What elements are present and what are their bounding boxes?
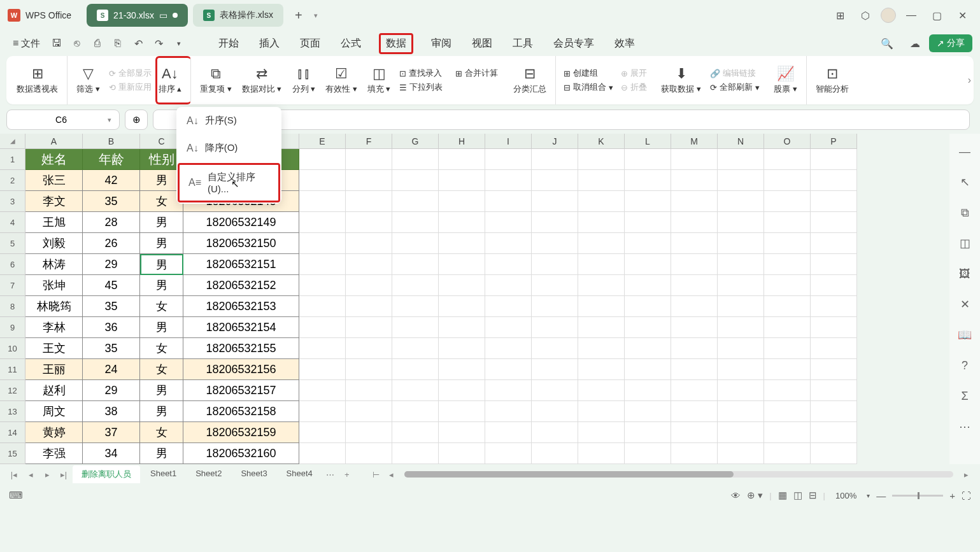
empty-cell[interactable] — [671, 254, 718, 275]
row-header[interactable]: 9 — [0, 317, 25, 338]
sum-icon[interactable]: Σ — [957, 388, 972, 404]
empty-cell[interactable] — [718, 317, 764, 338]
data-cell[interactable]: 38 — [83, 401, 140, 422]
column-header[interactable]: P — [811, 134, 857, 149]
data-cell[interactable]: 张坤 — [25, 275, 83, 296]
data-cell[interactable]: 男 — [140, 275, 183, 296]
empty-cell[interactable] — [439, 443, 485, 464]
ribbon-sort[interactable]: A↓ 排序 ▴ — [155, 56, 192, 104]
column-header[interactable]: A — [25, 134, 83, 149]
shapes-icon[interactable]: ◫ — [957, 236, 972, 251]
empty-cell[interactable] — [346, 380, 392, 401]
zoom-value[interactable]: 100% — [835, 491, 856, 500]
row-header[interactable]: 2 — [0, 170, 25, 191]
empty-cell[interactable] — [625, 380, 671, 401]
ribbon-dropdown-list[interactable]: ☰下拉列表 — [399, 81, 443, 93]
column-header[interactable]: L — [625, 134, 671, 149]
column-header[interactable]: M — [671, 134, 718, 149]
data-cell[interactable]: 男 — [140, 317, 183, 338]
properties-icon[interactable]: ⧉ — [957, 205, 972, 220]
empty-cell[interactable] — [299, 275, 346, 296]
empty-cell[interactable] — [625, 275, 671, 296]
ribbon-fill[interactable]: ◫ 填充 ▾ — [362, 56, 396, 104]
row-header[interactable]: 8 — [0, 296, 25, 317]
scroll-marker-icon[interactable]: ⊢ — [369, 467, 384, 482]
data-cell[interactable]: 男 — [140, 233, 183, 254]
sheet-grid[interactable]: ◢ABCDEFGHIJKLMNOP1姓名年龄性别2张三42男1820653214… — [0, 134, 938, 464]
empty-cell[interactable] — [346, 338, 392, 359]
book-icon[interactable]: 📖 — [957, 327, 972, 343]
empty-cell[interactable] — [671, 275, 718, 296]
ribbon-expand-icon[interactable]: › — [968, 74, 971, 86]
data-cell[interactable]: 周文 — [25, 401, 83, 422]
empty-cell[interactable] — [392, 254, 439, 275]
data-cell[interactable]: 34 — [83, 443, 140, 464]
data-cell[interactable]: 李文 — [25, 191, 83, 212]
empty-cell[interactable] — [671, 380, 718, 401]
data-cell[interactable]: 18206532154 — [183, 317, 299, 338]
ribbon-edit-links[interactable]: 🔗编辑链接 — [710, 67, 760, 79]
data-cell[interactable]: 18206532158 — [183, 401, 299, 422]
data-cell[interactable]: 18206532150 — [183, 233, 299, 254]
close-icon[interactable]: ✕ — [952, 5, 972, 25]
empty-cell[interactable] — [532, 296, 578, 317]
data-cell[interactable]: 35 — [83, 296, 140, 317]
sheet-tab[interactable]: Sheet2 — [187, 465, 231, 483]
empty-cell[interactable] — [439, 317, 485, 338]
empty-cell[interactable] — [392, 233, 439, 254]
data-cell[interactable]: 18206532157 — [183, 380, 299, 401]
row-header[interactable]: 7 — [0, 275, 25, 296]
empty-cell[interactable] — [625, 317, 671, 338]
first-sheet-icon[interactable]: |◂ — [6, 467, 22, 482]
avatar[interactable] — [881, 8, 896, 23]
fx-button[interactable]: ⊕ — [125, 110, 148, 130]
empty-cell[interactable] — [392, 338, 439, 359]
data-cell[interactable]: 29 — [83, 380, 140, 401]
column-header[interactable]: B — [83, 134, 140, 149]
redo-icon[interactable]: ↷ — [150, 34, 167, 52]
row-header[interactable]: 3 — [0, 191, 25, 212]
empty-cell[interactable] — [718, 191, 764, 212]
empty-cell[interactable] — [485, 317, 532, 338]
empty-cell[interactable] — [811, 170, 857, 191]
empty-cell[interactable] — [764, 149, 811, 170]
empty-cell[interactable] — [718, 149, 764, 170]
empty-cell[interactable] — [625, 338, 671, 359]
empty-cell[interactable] — [764, 233, 811, 254]
empty-cell[interactable] — [625, 254, 671, 275]
ribbon-refresh-all[interactable]: ⟳全部刷新 ▾ — [710, 81, 760, 93]
empty-cell[interactable] — [532, 191, 578, 212]
empty-cell[interactable] — [578, 233, 625, 254]
empty-cell[interactable] — [439, 212, 485, 233]
row-header[interactable]: 5 — [0, 233, 25, 254]
empty-cell[interactable] — [718, 380, 764, 401]
empty-cell[interactable] — [625, 191, 671, 212]
empty-cell[interactable] — [811, 338, 857, 359]
data-cell[interactable]: 刘毅 — [25, 233, 83, 254]
empty-cell[interactable] — [346, 149, 392, 170]
ribbon-consolidate[interactable]: ⊞合并计算 — [455, 67, 498, 79]
column-header[interactable]: N — [718, 134, 764, 149]
image-icon[interactable]: 🖼 — [957, 266, 972, 281]
view-break-icon[interactable]: ⊟ — [809, 490, 817, 501]
empty-cell[interactable] — [532, 401, 578, 422]
search-icon[interactable]: 🔍 — [878, 34, 896, 52]
last-sheet-icon[interactable]: ▸| — [56, 467, 71, 482]
empty-cell[interactable] — [718, 338, 764, 359]
empty-cell[interactable] — [299, 359, 346, 380]
sheet-tab[interactable]: Sheet4 — [278, 465, 322, 483]
empty-cell[interactable] — [578, 149, 625, 170]
empty-cell[interactable] — [299, 212, 346, 233]
row-header[interactable]: 10 — [0, 338, 25, 359]
zoom-in-icon[interactable]: + — [949, 490, 955, 501]
keyboard-icon[interactable]: ⌨ — [9, 490, 23, 501]
empty-cell[interactable] — [299, 254, 346, 275]
data-cell[interactable]: 36 — [83, 317, 140, 338]
empty-cell[interactable] — [439, 170, 485, 191]
empty-cell[interactable] — [485, 443, 532, 464]
empty-cell[interactable] — [346, 401, 392, 422]
empty-cell[interactable] — [346, 170, 392, 191]
prev-sheet-icon[interactable]: ◂ — [23, 467, 38, 482]
data-cell[interactable]: 女 — [140, 296, 183, 317]
empty-cell[interactable] — [532, 338, 578, 359]
